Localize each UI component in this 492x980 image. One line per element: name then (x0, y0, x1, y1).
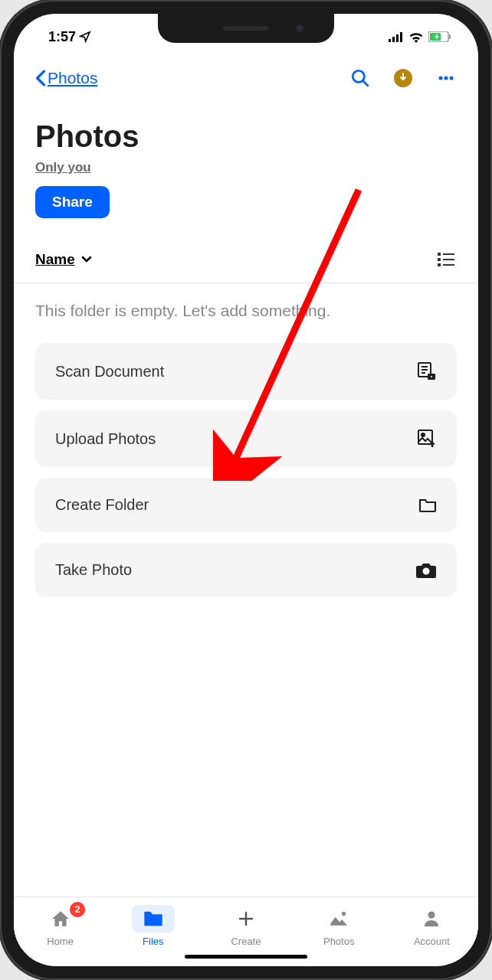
home-icon (51, 909, 71, 929)
tab-photos[interactable]: Photos (293, 905, 385, 947)
svg-point-25 (342, 912, 346, 916)
tab-label: Files (143, 936, 163, 947)
access-text[interactable]: Only you (35, 160, 457, 175)
ellipsis-icon (437, 69, 455, 87)
svg-rect-3 (400, 32, 402, 42)
svg-rect-16 (438, 263, 441, 266)
sort-bar: Name (14, 218, 478, 283)
folder-icon (143, 910, 164, 928)
svg-point-10 (444, 77, 448, 80)
action-label: Take Photo (55, 561, 132, 579)
tab-label: Account (414, 936, 450, 947)
action-label: Scan Document (55, 363, 164, 381)
action-upload-photos[interactable]: Upload Photos (35, 410, 457, 467)
svg-rect-1 (392, 37, 395, 42)
svg-point-23 (423, 567, 430, 574)
phone-screen: 1:57 Photos (14, 14, 478, 966)
sort-selector[interactable]: Name (35, 251, 92, 268)
search-button[interactable] (349, 67, 371, 89)
more-button[interactable] (435, 67, 457, 89)
svg-point-22 (421, 433, 425, 436)
create-folder-icon (418, 497, 437, 514)
location-icon (79, 31, 91, 43)
cellular-icon (389, 31, 404, 42)
tab-files[interactable]: Files (107, 905, 199, 947)
account-icon (422, 910, 441, 928)
download-circle-icon (394, 69, 412, 87)
chevron-down-icon (81, 256, 92, 263)
plus-icon (237, 910, 255, 928)
svg-rect-2 (396, 34, 399, 42)
notch (158, 14, 334, 43)
svg-point-26 (428, 912, 435, 919)
list-view-icon (438, 253, 454, 266)
action-label: Create Folder (55, 496, 149, 514)
tab-label: Home (47, 936, 74, 947)
status-time: 1:57 (48, 29, 76, 45)
back-label: Photos (48, 69, 97, 87)
title-section: Photos Only you Share (14, 96, 478, 218)
action-label: Upload Photos (55, 430, 156, 448)
share-button[interactable]: Share (35, 186, 110, 218)
svg-rect-6 (449, 34, 451, 39)
tab-label: Photos (323, 936, 354, 947)
svg-rect-12 (438, 253, 441, 256)
tab-account[interactable]: Account (385, 905, 478, 947)
action-take-photo[interactable]: Take Photo (35, 543, 457, 597)
tab-bar: 2 Home Files Create Photos (14, 897, 478, 949)
svg-rect-0 (389, 39, 391, 42)
content-area: This folder is empty. Let's add somethin… (14, 283, 478, 897)
scan-document-icon (417, 361, 437, 381)
svg-rect-13 (443, 253, 454, 255)
battery-icon (428, 31, 451, 42)
tab-create[interactable]: Create (199, 905, 292, 947)
svg-point-9 (439, 77, 443, 80)
download-button[interactable] (392, 67, 414, 89)
tab-home[interactable]: 2 Home (14, 905, 107, 947)
svg-rect-17 (443, 264, 454, 266)
take-photo-icon (415, 562, 437, 579)
svg-point-11 (450, 77, 454, 80)
phone-frame: 1:57 Photos (0, 0, 492, 980)
wifi-icon (408, 31, 424, 43)
tab-badge: 2 (70, 902, 85, 917)
action-create-folder[interactable]: Create Folder (35, 478, 457, 532)
svg-rect-14 (438, 258, 441, 261)
chevron-left-icon (35, 70, 46, 87)
svg-point-20 (430, 375, 433, 378)
upload-photos-icon (417, 429, 437, 449)
nav-bar: Photos (14, 52, 478, 96)
svg-rect-15 (443, 259, 454, 260)
action-scan-document[interactable]: Scan Document (35, 343, 457, 400)
sort-label-text: Name (35, 251, 75, 268)
search-icon (350, 68, 370, 88)
home-indicator[interactable] (185, 955, 307, 959)
back-button[interactable]: Photos (35, 69, 349, 87)
view-toggle-button[interactable] (435, 249, 457, 270)
empty-state-text: This folder is empty. Let's add somethin… (35, 302, 457, 320)
page-title: Photos (35, 119, 457, 154)
tab-label: Create (231, 936, 261, 947)
photos-icon (329, 910, 349, 927)
